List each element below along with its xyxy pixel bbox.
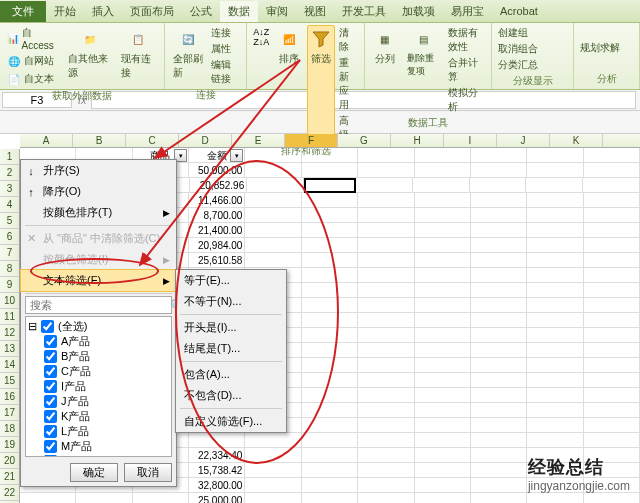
cell[interactable]: [415, 403, 471, 418]
row-header-5[interactable]: 5: [0, 213, 20, 229]
cell[interactable]: [245, 163, 301, 178]
sort-asc-item[interactable]: ↓升序(S): [21, 160, 176, 181]
filter-checkbox[interactable]: [44, 410, 57, 423]
cell[interactable]: 金额▾: [189, 148, 245, 163]
validation-button[interactable]: 数据有效性: [446, 25, 486, 55]
cell[interactable]: [415, 478, 471, 493]
filter-checkbox[interactable]: [44, 350, 57, 363]
cell[interactable]: [302, 298, 358, 313]
cell[interactable]: [527, 163, 583, 178]
cell[interactable]: [358, 433, 414, 448]
cell[interactable]: [302, 268, 358, 283]
cell[interactable]: [415, 493, 471, 503]
cell[interactable]: [358, 358, 414, 373]
not-contains-item[interactable]: 不包含(D)...: [176, 385, 286, 406]
cell[interactable]: [415, 388, 471, 403]
refresh-all-button[interactable]: 🔄全部刷新: [169, 25, 207, 87]
cell[interactable]: [584, 313, 640, 328]
cell[interactable]: [471, 238, 527, 253]
cell[interactable]: [302, 418, 358, 433]
cell[interactable]: [302, 163, 358, 178]
cell[interactable]: [415, 328, 471, 343]
cell[interactable]: [356, 178, 413, 193]
col-header-A[interactable]: A: [20, 134, 73, 147]
tab-home[interactable]: 开始: [46, 1, 84, 22]
col-header-I[interactable]: I: [444, 134, 497, 147]
cell[interactable]: [415, 238, 471, 253]
cell[interactable]: [304, 178, 356, 193]
cell[interactable]: [245, 493, 301, 503]
tab-insert[interactable]: 插入: [84, 1, 122, 22]
tab-layout[interactable]: 页面布局: [122, 1, 182, 22]
cell[interactable]: [527, 253, 583, 268]
cell[interactable]: [358, 193, 414, 208]
cell[interactable]: [358, 343, 414, 358]
cell[interactable]: [527, 313, 583, 328]
cell[interactable]: [584, 268, 640, 283]
cell[interactable]: [302, 403, 358, 418]
cell[interactable]: 21,400.00: [189, 223, 245, 238]
ok-button[interactable]: 确定: [70, 463, 118, 482]
tab-acrobat[interactable]: Acrobat: [492, 2, 546, 20]
cell[interactable]: [527, 238, 583, 253]
col-header-K[interactable]: K: [550, 134, 603, 147]
row-header-3[interactable]: 3: [0, 181, 20, 197]
cell[interactable]: [302, 208, 358, 223]
cell[interactable]: 11,466.00: [189, 193, 245, 208]
filter-checkbox[interactable]: [44, 455, 57, 457]
cell[interactable]: [358, 448, 414, 463]
cell[interactable]: 50,000.00: [189, 163, 245, 178]
sort-az-icon[interactable]: A↓Z: [253, 27, 269, 37]
cell[interactable]: 20,984.00: [189, 238, 245, 253]
cell[interactable]: [302, 388, 358, 403]
not-equals-item[interactable]: 不等于(N)...: [176, 291, 286, 312]
cell[interactable]: [302, 238, 358, 253]
tab-yy[interactable]: 易用宝: [443, 1, 492, 22]
cell[interactable]: [358, 313, 414, 328]
row-header-1[interactable]: 1: [0, 149, 20, 165]
row-header-20[interactable]: 20: [0, 453, 20, 469]
ends-with-item[interactable]: 结尾是(T)...: [176, 338, 286, 359]
col-header-G[interactable]: G: [338, 134, 391, 147]
cell[interactable]: [415, 418, 471, 433]
cell[interactable]: [415, 163, 471, 178]
row-header-6[interactable]: 6: [0, 229, 20, 245]
row-header-9[interactable]: 9: [0, 277, 20, 293]
tab-view[interactable]: 视图: [296, 1, 334, 22]
cell[interactable]: [471, 193, 527, 208]
cell[interactable]: [526, 178, 583, 193]
cell[interactable]: [527, 493, 583, 503]
existing-conn-button[interactable]: 📋现有连接: [117, 25, 160, 88]
contains-item[interactable]: 包含(A)...: [176, 364, 286, 385]
search-input[interactable]: [28, 298, 170, 312]
filter-checkbox[interactable]: [44, 365, 57, 378]
cell[interactable]: [471, 448, 527, 463]
cell[interactable]: [584, 343, 640, 358]
cell[interactable]: 22,334.40: [189, 448, 245, 463]
row-header-15[interactable]: 15: [0, 373, 20, 389]
cell[interactable]: [527, 268, 583, 283]
cell[interactable]: [302, 343, 358, 358]
cell[interactable]: [358, 283, 414, 298]
cell[interactable]: [527, 388, 583, 403]
edit-links-button[interactable]: 编辑链接: [209, 57, 242, 87]
consolidate-button[interactable]: 合并计算: [446, 55, 486, 85]
cell[interactable]: [471, 163, 527, 178]
col-header-F[interactable]: F: [285, 134, 338, 147]
cell[interactable]: [584, 253, 640, 268]
cell[interactable]: [302, 373, 358, 388]
from-other-button[interactable]: 📁自其他来源: [64, 25, 115, 88]
cell[interactable]: [527, 283, 583, 298]
cell[interactable]: [584, 148, 640, 163]
cell[interactable]: [133, 493, 189, 503]
filter-checkbox[interactable]: [44, 425, 57, 438]
cell[interactable]: [471, 223, 527, 238]
cell[interactable]: [415, 358, 471, 373]
cell[interactable]: [415, 268, 471, 283]
cell[interactable]: 25,000.00: [189, 493, 245, 503]
cell[interactable]: [245, 253, 301, 268]
cell[interactable]: [358, 328, 414, 343]
cell[interactable]: [415, 373, 471, 388]
clear-filter-button[interactable]: 清除: [337, 25, 360, 55]
cell[interactable]: [302, 358, 358, 373]
